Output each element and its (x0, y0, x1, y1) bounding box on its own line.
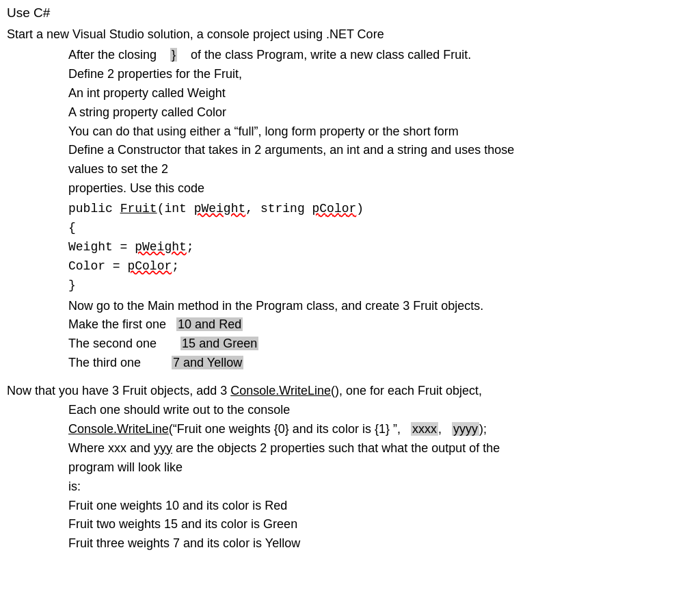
output-line2: Fruit two weights 15 and its color is Gr… (68, 515, 693, 534)
first-fruit-line: Make the first one 10 and Red (68, 315, 693, 335)
third-fruit-line: The third one 7 and Yellow (68, 354, 693, 373)
pweight-param: pWeight (194, 202, 246, 215)
section2-block: Each one should write out to the console… (68, 401, 693, 553)
program-looks-line: program will look like (68, 458, 693, 477)
values-line: values to set the 2 (68, 160, 693, 179)
after-closing-line: After the closing } of the class Program… (68, 46, 693, 65)
indented-block: After the closing } of the class Program… (68, 46, 693, 198)
output-line3: Fruit three weights 7 and its color is Y… (68, 534, 693, 553)
is-label: is: (68, 477, 693, 497)
console-line: Console.WriteLine(“Fruit one weights {0}… (68, 420, 693, 439)
section-2: Now that you have 3 Fruit objects, add 3… (7, 384, 693, 553)
pweight-assign: pWeight (135, 240, 187, 254)
top-heading: Use C# (7, 0, 693, 27)
pcolor-param: pColor (312, 202, 357, 215)
xxxx-val: xxxx (411, 422, 438, 436)
each-one-line: Each one should write out to the console (68, 401, 693, 420)
yyy-link: yyy (154, 441, 172, 455)
yyyy-val: yyyy (452, 422, 479, 436)
console-writeline-link: Console.WriteLine (230, 384, 331, 397)
color-property-line: A string property called Color (68, 103, 693, 122)
weight-assign: Weight = pWeight; (68, 238, 693, 257)
color-assign: Color = pColor; (68, 257, 693, 276)
after-code-block: Now go to the Main method in the Program… (68, 297, 693, 374)
fruit-class-link: Fruit (120, 202, 157, 215)
code-signature: public Fruit(int pWeight, string pColor) (68, 200, 693, 219)
code-open-brace: { (68, 219, 693, 238)
first-fruit-val: 10 and Red (176, 317, 243, 331)
closing-brace: } (170, 48, 177, 62)
pcolor-assign: pColor (127, 259, 172, 273)
third-fruit-val: 7 and Yellow (172, 356, 243, 369)
constructor-line: Define a Constructor that takes in 2 arg… (68, 141, 693, 160)
page-container: Use C# Start a new Visual Studio solutio… (0, 0, 700, 567)
second-fruit-line: The second one 15 and Green (68, 335, 693, 354)
weight-property-line: An int property called Weight (68, 84, 693, 103)
short-form-line: You can do that using either a “full”, l… (68, 122, 693, 142)
console-writeline-code: Console.WriteLine (68, 422, 169, 436)
section2-intro: Now that you have 3 Fruit objects, add 3… (7, 384, 693, 398)
where-line: Where xxx and yyy are the objects 2 prop… (68, 439, 693, 458)
code-close-brace: } (68, 276, 693, 296)
output-line1: Fruit one weights 10 and its color is Re… (68, 497, 693, 516)
second-fruit-val: 15 and Green (180, 337, 258, 350)
intro-line: Start a new Visual Studio solution, a co… (7, 27, 693, 42)
code-block: public Fruit(int pWeight, string pColor)… (68, 200, 693, 295)
define-properties-line: Define 2 properties for the Fruit, (68, 65, 693, 84)
use-code-line: properties. Use this code (68, 179, 693, 198)
main-method-line: Now go to the Main method in the Program… (68, 297, 693, 316)
